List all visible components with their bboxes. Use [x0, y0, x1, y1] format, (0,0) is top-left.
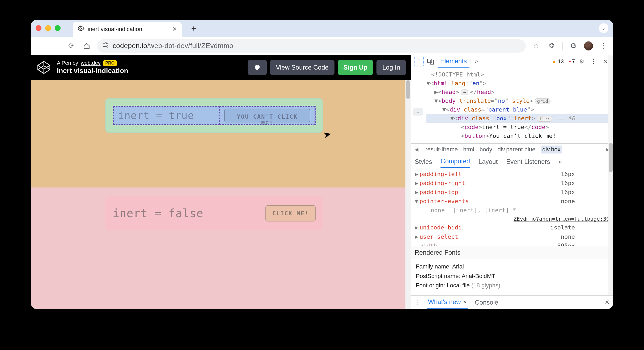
content-area: A Pen by web.dev PRO inert visual-indica… [31, 55, 613, 309]
browser-tab[interactable]: inert visual-indication ✕ [73, 22, 182, 37]
browser-toolbar: ← → ⟳ codepen.io/web-dot-dev/full/ZEvdmm… [31, 37, 613, 55]
svg-rect-2 [107, 43, 108, 44]
svg-point-1 [105, 42, 107, 44]
new-tab-button[interactable]: ＋ [187, 23, 201, 34]
window-controls [36, 25, 68, 31]
pro-badge: PRO [103, 60, 117, 66]
home-button[interactable] [81, 41, 92, 51]
inspect-element-icon[interactable]: ⬚ [414, 57, 424, 66]
breadcrumb-item[interactable]: html [463, 146, 474, 153]
address-bar[interactable]: codepen.io/web-dot-dev/full/ZEvdmmo [97, 39, 526, 53]
codepen-logo-icon[interactable] [36, 59, 52, 76]
ellipsis-icon[interactable]: ⋯ [413, 108, 423, 116]
reload-button[interactable]: ⟳ [66, 41, 77, 51]
tab-close-icon[interactable]: ✕ [172, 26, 177, 33]
source-link[interactable]: ZEvdmmo?anon=tr…ew=fullpage:30 [514, 215, 609, 223]
inert-false-box: inert = false CLICK ME! [105, 196, 323, 231]
rendered-fonts-body: Family name: Arial PostScript name: Aria… [411, 259, 613, 295]
browser-menu-button[interactable]: ⋮ [598, 41, 609, 51]
codepen-header: A Pen by web.dev PRO inert visual-indica… [31, 55, 411, 80]
devtools-menu-icon[interactable]: ⋮ [589, 57, 598, 66]
browser-window: inert visual-indication ✕ ＋ ⌄ ← → ⟳ code… [31, 20, 613, 309]
devtools-drawer: ⋮ What's new✕ Console ✕ [411, 295, 613, 309]
elements-tree[interactable]: ⋯ <!DOCTYPE html> ▼<html lang="en"> ▶<he… [411, 68, 613, 144]
inert-false-button[interactable]: CLICK ME! [265, 205, 316, 221]
svg-point-4 [107, 46, 108, 47]
svg-rect-0 [103, 43, 105, 44]
inert-false-label: inert = false [113, 207, 204, 220]
tab-styles[interactable]: Styles [415, 158, 432, 165]
svg-rect-5 [427, 59, 432, 63]
drawer-tab-console[interactable]: Console [474, 297, 499, 308]
heart-button[interactable] [248, 60, 267, 75]
signup-button[interactable]: Sign Up [338, 60, 374, 75]
demo-scroll-thumb[interactable] [406, 80, 410, 99]
back-button[interactable]: ← [35, 41, 46, 51]
devtools-topbar: ⬚ Elements » ▲13 ▪7 ⚙ ⋮ ✕ [411, 55, 613, 68]
svg-rect-3 [103, 46, 106, 47]
tab-overflow-button[interactable]: ⌄ [599, 23, 608, 33]
tab-layout[interactable]: Layout [478, 158, 498, 165]
inert-true-button: YOU CAN'T CLICK ME! [224, 109, 310, 123]
device-toolbar-icon[interactable] [426, 57, 435, 66]
demo-iframe: inert = true YOU CAN'T CLICK ME! ➤ inert… [31, 80, 411, 309]
site-settings-icon[interactable] [103, 42, 109, 49]
fullscreen-window-button[interactable] [55, 25, 61, 31]
login-button[interactable]: Log In [376, 60, 406, 75]
close-window-button[interactable] [36, 25, 41, 31]
tab-event-listeners[interactable]: Event Listeners [506, 158, 550, 165]
tab-strip: inert visual-indication ✕ ＋ ⌄ [31, 20, 613, 37]
breadcrumb-left-icon[interactable]: ◀ [415, 147, 418, 152]
forward-button[interactable]: → [50, 41, 61, 51]
tab-computed[interactable]: Computed [440, 155, 470, 168]
codepen-favicon-icon [78, 25, 84, 33]
pen-title: inert visual-indication [57, 67, 128, 75]
pen-byline: A Pen by web.dev PRO [57, 60, 128, 66]
settings-icon[interactable]: ⚙ [577, 57, 587, 66]
tab-elements[interactable]: Elements [438, 55, 469, 68]
minimize-window-button[interactable] [45, 25, 51, 31]
inert-true-box: inert = true YOU CAN'T CLICK ME! [105, 98, 323, 133]
demo-scrollbar[interactable] [405, 80, 411, 309]
computed-panel[interactable]: ▶padding-left16px ▶padding-right16px ▶pa… [411, 168, 613, 246]
demo-blue-region: inert = true YOU CAN'T CLICK ME! ➤ [31, 80, 411, 187]
close-icon[interactable]: ✕ [463, 299, 467, 305]
breadcrumb-item[interactable]: body [480, 146, 492, 153]
errors-badge[interactable]: ▪7 [569, 58, 575, 65]
drawer-menu-icon[interactable]: ⋮ [415, 299, 421, 306]
tab-title: inert visual-indication [88, 26, 168, 33]
inert-true-label: inert = true [118, 110, 194, 121]
more-tabs-icon[interactable]: » [472, 57, 481, 66]
subtabs-more-icon[interactable]: » [559, 158, 562, 165]
devtools-scrollbar[interactable] [608, 55, 613, 295]
rendered-fonts-header[interactable]: Rendered Fonts [411, 246, 613, 259]
drawer-tab-whatsnew[interactable]: What's new✕ [427, 296, 468, 309]
codepen-page: A Pen by web.dev PRO inert visual-indica… [31, 55, 411, 309]
profile-avatar[interactable] [584, 41, 593, 50]
elements-breadcrumb[interactable]: ◀ .result-iframe html body div.parent.bl… [411, 144, 613, 155]
demo-pink-region: inert = false CLICK ME! [31, 187, 411, 309]
google-account-icon[interactable]: G [568, 41, 579, 51]
breadcrumb-item[interactable]: .result-iframe [424, 146, 458, 153]
cursor-icon: ➤ [322, 128, 332, 141]
extensions-button[interactable] [546, 41, 557, 51]
svg-rect-6 [431, 60, 434, 64]
pen-author-link[interactable]: web.dev [81, 60, 101, 66]
breadcrumb-item[interactable]: div.parent.blue [498, 146, 536, 153]
devtools-scroll-thumb[interactable] [609, 143, 613, 172]
devtools-subtabs: Styles Computed Layout Event Listeners » [411, 155, 613, 168]
warnings-badge[interactable]: ▲13 [552, 58, 564, 65]
view-source-button[interactable]: View Source Code [270, 60, 334, 75]
url-text: codepen.io/web-dot-dev/full/ZEvdmmo [113, 42, 233, 50]
bookmark-button[interactable]: ☆ [531, 41, 541, 51]
drawer-close-icon[interactable]: ✕ [605, 299, 609, 306]
breadcrumb-item[interactable]: div.box [541, 146, 562, 153]
devtools-panel: ⬚ Elements » ▲13 ▪7 ⚙ ⋮ ✕ ⋯ <!DOCTYPE ht… [411, 55, 613, 309]
